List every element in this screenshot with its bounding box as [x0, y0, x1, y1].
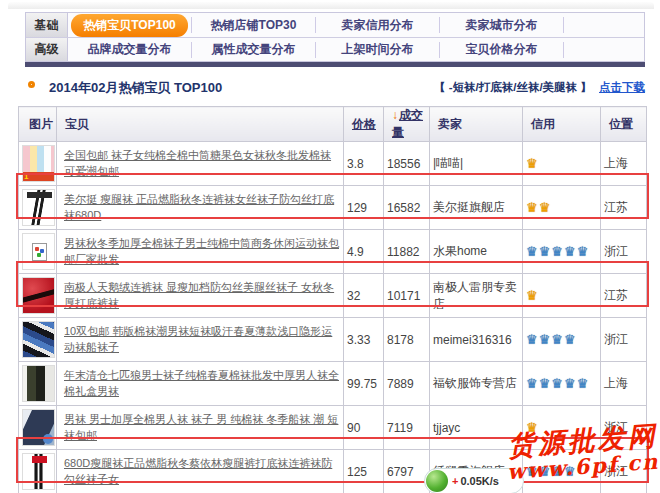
volume-cell: 16582: [384, 186, 430, 230]
blue-crown-icon: ♛: [526, 244, 538, 259]
product-image[interactable]: 1: [22, 145, 55, 182]
seller-cell: 水果home: [430, 230, 523, 274]
gold-crown-icon: ♛: [526, 200, 538, 215]
blue-crown-icon: ♛: [564, 332, 576, 347]
product-title-cell: 男袜 男士加厚全棉男人袜 袜子 男 纯棉袜 冬季船袜 潮 短袜包邮: [57, 406, 344, 450]
tab-adv-0[interactable]: 品牌成交量分布: [88, 41, 172, 58]
credit-cell: ♛♛: [523, 186, 601, 230]
location-cell: 江苏: [601, 274, 647, 318]
tab-slot: 品牌成交量分布: [68, 42, 192, 58]
product-title-cell: 男袜秋冬季加厚全棉袜子男士纯棉中筒商务休闲运动袜包邮厂家批发: [57, 230, 344, 274]
location-cell: 浙江: [601, 406, 647, 450]
tab-slot: 卖家城市分布: [440, 17, 564, 33]
product-link[interactable]: 南极人天鹅绒连裤袜 显瘦加档防勾丝美腿丝袜子 女秋冬厚打底裤袜: [60, 280, 340, 312]
blue-crown-icon: ♛: [564, 464, 576, 479]
product-link[interactable]: 男袜秋冬季加厚全棉袜子男士纯棉中筒商务休闲运动袜包邮厂家批发: [60, 236, 340, 268]
product-image-cell: [19, 406, 57, 450]
hot-items-table: 图片宝贝价格↓成交量卖家信用位置 1全国包邮 袜子女纯棉全棉中筒糖果色女袜秋冬批…: [18, 106, 647, 493]
location-cell: 上海: [601, 362, 647, 406]
tab-slot: 属性成交量分布: [192, 42, 316, 58]
blue-crown-icon: ♛: [577, 376, 589, 391]
product-image[interactable]: [22, 409, 55, 446]
table-row: 10双包邮 韩版棉袜潮男袜短袜吸汗春夏薄款浅口隐形运动袜船袜子3.338178m…: [19, 318, 647, 362]
section-header: 2014年02月热销宝贝 TOP100 【 -短袜/打底袜/丝袜/美腿袜 】 点…: [25, 78, 645, 100]
bullet-icon: [28, 81, 35, 88]
blue-crown-icon: ♛: [539, 332, 551, 347]
product-image[interactable]: [22, 233, 55, 270]
tab-adv-1[interactable]: 属性成交量分布: [212, 41, 296, 58]
credit-cell: ♛♛♛♛♛: [523, 230, 601, 274]
product-link[interactable]: 全国包邮 袜子女纯棉全棉中筒糖果色女袜秋冬批发棉袜可爱潮包邮: [60, 148, 340, 180]
volume-cell: 18556: [384, 142, 430, 186]
price-cell: 129: [344, 186, 384, 230]
tab-row-basic: 基础 热销宝贝TOP100热销店铺TOP30卖家信用分布卖家城市分布: [26, 13, 644, 37]
product-link[interactable]: 美尔挺 瘦腿袜 正品燃脂秋冬连裤袜女丝袜子防勾丝打底袜680D: [60, 192, 340, 224]
tab-2[interactable]: 卖家信用分布: [342, 17, 414, 34]
gold-crown-icon: ♛: [526, 156, 538, 171]
volume-cell: 7889: [384, 362, 430, 406]
seller-cell: tjjayc: [430, 406, 523, 450]
page-title: 2014年02月热销宝贝 TOP100: [49, 79, 222, 97]
table-row: 男袜秋冬季加厚全棉袜子男士纯棉中筒商务休闲运动袜包邮厂家批发4.911882水果…: [19, 230, 647, 274]
product-image[interactable]: [22, 321, 55, 358]
table-row: 680D瘦腿袜正品燃脂秋冬蔡依林瘦腿裤打底袜连裤袜防勾丝袜子女1256797纤腿…: [19, 450, 647, 493]
tab-slot: 上架时间分布: [316, 42, 440, 58]
blue-crown-icon: ♛: [551, 376, 563, 391]
table-row: 年末清仓七匹狼男士袜子纯棉春夏棉袜批发中厚男人袜全棉礼盒男袜99.757889福…: [19, 362, 647, 406]
credit-cell: ♛: [523, 406, 601, 450]
blue-crown-icon: ♛: [551, 244, 563, 259]
price-cell: 125: [344, 450, 384, 493]
product-image-cell: [19, 318, 57, 362]
product-link[interactable]: 680D瘦腿袜正品燃脂秋冬蔡依林瘦腿裤打底袜连裤袜防勾丝袜子女: [60, 456, 340, 488]
product-title-cell: 680D瘦腿袜正品燃脂秋冬蔡依林瘦腿裤打底袜连裤袜防勾丝袜子女: [57, 450, 344, 493]
tab-0[interactable]: 热销宝贝TOP100: [71, 14, 187, 37]
tab-slot: 卖家信用分布: [316, 17, 440, 33]
tab-3[interactable]: 卖家城市分布: [466, 17, 538, 34]
product-image-cell: [19, 274, 57, 318]
table-row: 美尔挺 瘦腿袜 正品燃脂秋冬连裤袜女丝袜子防勾丝打底袜680D12916582美…: [19, 186, 647, 230]
product-image[interactable]: [22, 189, 55, 226]
product-image[interactable]: [22, 453, 55, 490]
sort-link[interactable]: 价格: [352, 117, 376, 131]
blue-crown-icon: ♛: [539, 244, 551, 259]
gold-crown-icon: ♛: [526, 420, 538, 435]
product-image[interactable]: [22, 277, 55, 314]
tab-adv-2[interactable]: 上架时间分布: [342, 41, 414, 58]
table-header-row: 图片宝贝价格↓成交量卖家信用位置: [19, 107, 647, 142]
tab-group-basic-label: 基础: [26, 13, 68, 37]
speed-plus: +: [452, 475, 458, 487]
product-image[interactable]: [22, 365, 55, 402]
tab-adv-3[interactable]: 宝贝价格分布: [466, 41, 538, 58]
seller-cell: meimei316316: [430, 318, 523, 362]
price-cell: 3.8: [344, 142, 384, 186]
blue-crown-icon: ♛: [564, 376, 576, 391]
product-link[interactable]: 10双包邮 韩版棉袜潮男袜短袜吸汗春夏薄款浅口隐形运动袜船袜子: [60, 324, 340, 356]
column-header-6: 位置: [601, 107, 647, 142]
credit-cell: ♛♛♛♛: [523, 450, 601, 493]
tab-row-advanced: 高级 品牌成交量分布属性成交量分布上架时间分布宝贝价格分布: [26, 37, 644, 61]
tab-group-advanced-label: 高级: [26, 38, 68, 61]
volume-cell: 6797: [384, 450, 430, 493]
price-cell: 99.75: [344, 362, 384, 406]
price-cell: 3.33: [344, 318, 384, 362]
product-link[interactable]: 男袜 男士加厚全棉男人袜 袜子 男 纯棉袜 冬季船袜 潮 短袜包邮: [60, 412, 340, 444]
product-title-cell: 10双包邮 韩版棉袜潮男袜短袜吸汗春夏薄款浅口隐形运动袜船袜子: [57, 318, 344, 362]
tab-1[interactable]: 热销店铺TOP30: [211, 17, 297, 34]
location-cell: 浙江: [601, 230, 647, 274]
top-strip: [8, 2, 654, 9]
product-link[interactable]: 年末清仓七匹狼男士袜子纯棉春夏棉袜批发中厚男人袜全棉礼盒男袜: [60, 368, 340, 400]
speed-indicator-badge: +0.05K/s: [424, 468, 524, 493]
product-image-cell: [19, 186, 57, 230]
credit-cell: ♛♛♛♛♛: [523, 362, 601, 406]
location-cell: 浙江: [601, 450, 647, 493]
seller-cell: 南极人雷朋专卖店: [430, 274, 523, 318]
seller-cell: 福钦服饰专营店: [430, 362, 523, 406]
speed-value: 0.05K/s: [460, 475, 499, 487]
price-cell: 4.9: [344, 230, 384, 274]
gold-crown-icon: ♛: [526, 288, 538, 303]
price-cell: 32: [344, 274, 384, 318]
download-link[interactable]: 点击下载: [599, 81, 645, 93]
tab-slot: 热销店铺TOP30: [192, 17, 316, 33]
product-image-cell: 1: [19, 142, 57, 186]
seller-cell: |喵喵|: [430, 142, 523, 186]
